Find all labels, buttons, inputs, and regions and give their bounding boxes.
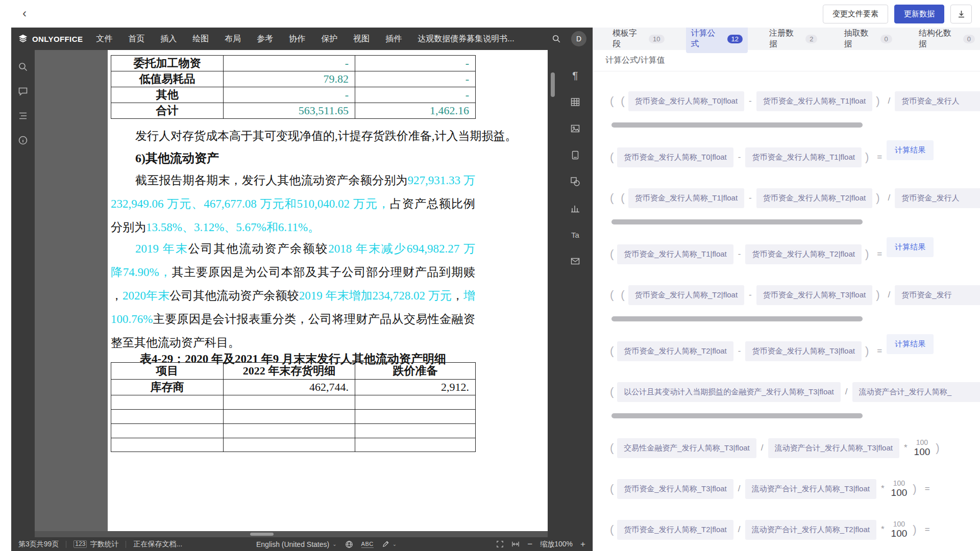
empty-cell[interactable] [355,410,476,424]
zoom-out-button[interactable]: − [527,540,532,548]
cell-value[interactable]: - [355,56,476,71]
empty-cell[interactable] [224,410,355,424]
result-pill[interactable]: 计算结果 [887,237,934,257]
field-pill[interactable]: 货币资金_发行人简称_T2|float [628,285,744,305]
field-pill[interactable]: 货币资金_发行人简称_T1|float [617,244,733,264]
tab-结构化数据[interactable]: 结构化数据0 [914,24,980,53]
empty-cell[interactable] [224,395,355,410]
menu-item-协作[interactable]: 协作 [289,34,305,44]
field-pill[interactable]: 以公计且其变动计入当期损益的金融资产_发行人简称_T3|float [617,382,840,402]
field-pill[interactable]: 交易性金融资产_发行人简称_T3|float [617,438,756,458]
empty-cell[interactable] [111,395,224,410]
field-pill[interactable]: 货币资金_发行人简称_T2|float [617,520,733,540]
cell-value[interactable]: - [224,56,355,71]
cell-value[interactable]: - [224,87,355,103]
cell-value[interactable]: 1,462.16 [355,103,476,119]
cell-value[interactable]: 2,912. [355,380,476,395]
cell-label[interactable]: 合计 [111,103,224,119]
field-pill[interactable]: 流动资产合计_发行人简称_T3|float [745,479,876,499]
menu-item-绘图[interactable]: 绘图 [192,34,209,44]
field-pill[interactable]: 货币资金_发行人简称_T1|float [745,147,861,167]
menu-item-保护[interactable]: 保护 [321,34,337,44]
tab-注册数据[interactable]: 注册数据2 [764,24,822,53]
menu-item-达观数据债券募集说明书...[interactable]: 达观数据债券募集说明书... [418,34,514,44]
table-settings-icon[interactable] [569,96,581,108]
search-icon[interactable] [17,61,29,72]
comments-icon[interactable] [17,86,29,97]
textart-settings-icon[interactable]: Ta [569,229,581,241]
search-icon[interactable] [551,33,562,44]
image-settings-icon[interactable] [569,122,581,135]
header-cell[interactable]: 项目 [111,363,224,380]
page-indicator[interactable]: 第3页共99页 [18,540,59,549]
field-pill[interactable]: 货币资金_发行人 [895,91,980,111]
language-selector[interactable]: English (United States) ⌄ [256,540,337,548]
chart-settings-icon[interactable] [569,202,581,214]
field-pill[interactable]: 货币资金_发行人简称_T2|float [756,188,872,208]
menu-item-视图[interactable]: 视图 [353,34,370,44]
field-pill[interactable]: 流动资产合计_发行人简称_T2|float [745,520,876,540]
empty-cell[interactable] [224,438,355,452]
cell-value[interactable]: - [355,71,476,87]
back-icon[interactable]: ‹ [17,7,32,21]
document-language-icon[interactable] [345,540,353,548]
vertical-scrollbar-thumb[interactable] [551,72,555,97]
empty-cell[interactable] [355,424,476,438]
cell-label[interactable]: 委托加工物资 [111,56,224,71]
menu-item-插件[interactable]: 插件 [385,34,402,44]
field-pill[interactable]: 货币资金_发行人简称_T0|float [617,147,733,167]
cell-value[interactable]: 563,511.65 [224,103,355,119]
empty-cell[interactable] [111,410,224,424]
navigation-icon[interactable] [17,110,29,121]
result-pill[interactable]: 计算结果 [887,140,934,160]
field-pill[interactable]: 货币资金_发行人简称_T1|float [628,188,744,208]
zoom-level[interactable]: 缩放100% [540,540,573,549]
field-pill[interactable]: 货币资金_发行人简称_T1|float [756,91,872,111]
menu-item-首页[interactable]: 首页 [128,34,144,44]
result-pill[interactable]: 计算结果 [887,334,934,354]
field-pill[interactable]: 货币资金_发行人简称_T2|float [617,341,733,361]
menu-item-参考[interactable]: 参考 [257,34,273,44]
about-icon[interactable] [17,135,29,146]
empty-cell[interactable] [224,424,355,438]
field-pill[interactable]: 货币资金_发行人简称_T2|float [745,244,861,264]
cell-value[interactable]: - [355,87,476,103]
cell-value[interactable]: 462,744. [224,380,355,395]
avatar[interactable]: D [571,31,586,46]
tab-计算公式[interactable]: 计算公式12 [686,24,748,53]
cell-value[interactable]: 79.82 [224,71,355,87]
spellcheck-icon[interactable]: ABC [361,541,374,548]
document-page[interactable]: 委托加工物资--低值易耗品79.82-其他--合计563,511.651,462… [108,50,548,537]
fit-width-icon[interactable] [511,540,520,548]
update-data-button[interactable]: 更新数据 [894,5,944,23]
document-canvas[interactable]: 委托加工物资--低值易耗品79.82-其他--合计563,511.651,462… [35,50,548,537]
cell-label[interactable]: 低值易耗品 [111,71,224,87]
zoom-in-button[interactable]: + [580,540,585,548]
shape-settings-icon[interactable] [569,176,581,188]
menu-item-文件[interactable]: 文件 [96,34,112,44]
word-count-button[interactable]: 123 字数统计 [74,540,118,549]
empty-cell[interactable] [111,424,224,438]
empty-cell[interactable] [355,395,476,410]
paragraph-settings-icon[interactable]: ¶ [569,69,581,82]
field-pill[interactable]: 货币资金_发行人简称_T3|float [756,285,872,305]
field-pill[interactable]: 货币资金_发行人简称_T0|float [628,91,744,111]
headerfooter-settings-icon[interactable] [569,149,581,161]
field-pill[interactable]: 流动资产合计_发行人简称_T3|float [768,438,899,458]
track-changes-icon[interactable]: ⌄ [382,540,397,548]
horizontal-scrollbar[interactable] [35,531,548,537]
field-pill[interactable]: 货币资金_发行人 [895,188,980,208]
header-cell[interactable]: 2022 年末存货明细 [224,363,355,380]
change-file-elements-button[interactable]: 变更文件要素 [823,5,888,23]
menu-item-布局[interactable]: 布局 [225,34,241,44]
cell-label[interactable]: 库存商 [111,380,224,395]
vertical-scrollbar[interactable] [549,50,557,537]
download-button[interactable] [950,5,972,23]
fit-page-icon[interactable] [496,540,504,548]
empty-cell[interactable] [111,438,224,452]
empty-cell[interactable] [355,438,476,452]
field-pill[interactable]: 货币资金_发行 [895,285,980,305]
field-pill[interactable]: 货币资金_发行人简称_T3|float [745,341,861,361]
field-pill[interactable]: 货币资金_发行人简称_T3|float [617,479,733,499]
tab-抽取数据[interactable]: 抽取数据0 [839,24,897,53]
